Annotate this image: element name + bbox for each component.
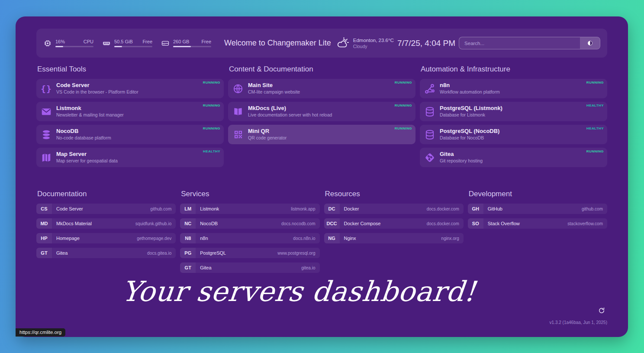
mail-icon [36,106,56,117]
service-card-map-server[interactable]: Map ServerMap server for geospatial data… [36,148,224,167]
status-badge: RUNNING [203,81,220,84]
bookmark-abbr: SO [468,218,483,229]
service-card-n8n[interactable]: n8nWorkflow automation platformRUNNING [420,79,607,98]
service-description: Git repository hosting [440,158,483,164]
bookmark-name: PostgreSQL [200,250,226,256]
bookmark-name: Docker Compose [344,221,381,226]
search-provider-button[interactable] [580,37,600,49]
stat-progress-fill [55,46,63,47]
bookmark-homepage[interactable]: HPHomepagegethomepage.dev [36,233,176,243]
service-description: Database for Listmonk [440,112,502,118]
database-outline-icon [420,129,440,140]
bookmark-name: GitHub [488,206,502,211]
status-badge: HEALTHY [586,104,604,107]
weather-widget: Edmonton, 23.6°C Cloudy [336,37,394,50]
service-description: Workflow automation platform [440,89,500,95]
status-badge: RUNNING [586,149,604,153]
status-badge: RUNNING [395,81,412,84]
system-stats: 16%CPU50.5 GiBFree260 GBFree [43,39,220,48]
gradient-background: 16%CPU50.5 GiBFree260 GBFree Welcome to … [0,0,644,353]
bookmark-name: Docker [344,206,359,211]
bookmark-domain: www.postgresql.org [277,251,319,256]
service-card-listmonk[interactable]: ListmonkNewsletter & mailing list manage… [36,102,224,121]
header-bar: 16%CPU50.5 GiBFree260 GBFree Welcome to … [36,29,607,58]
service-name: Map Server [56,151,118,158]
status-badge: HEALTHY [203,149,220,153]
service-description: Map server for geospatial data [56,158,118,164]
bookmark-docker-compose[interactable]: DCCDocker Composedocs.docker.com [324,218,464,229]
refresh-button[interactable] [598,307,605,314]
stat-progress-track [55,46,93,47]
service-card-code-server[interactable]: {}Code ServerVS Code in the browser - Pl… [36,79,224,98]
bookmark-domain: docs.nocodb.com [281,221,319,226]
service-card-mkdocs-live[interactable]: MkDocs (Live)Live documentation server w… [228,102,415,121]
stat-text: 16%CPU [55,39,93,44]
stat-progress-fill [114,46,122,47]
service-card-mini-qr[interactable]: Mini QRQR code generatorRUNNING [228,125,415,144]
service-name: Main Site [248,82,300,89]
bookmark-domain: github.com [582,207,607,211]
service-card-text: ListmonkNewsletter & mailing list manage… [56,105,124,118]
duckduckgo-icon [587,40,593,46]
bookmark-github[interactable]: GHGitHubgithub.com [468,204,607,214]
bookmark-abbr: NC [180,218,196,229]
bookmark-listmonk[interactable]: LMListmonklistmonk.app [180,204,319,214]
bookmark-abbr: GT [180,262,196,273]
service-name: PostgreSQL (Listmonk) [440,105,502,112]
bookmark-group-development: DevelopmentGHGitHubgithub.comSOStack Ove… [468,190,607,277]
bookmark-docker[interactable]: DCDockerdocs.docker.com [324,204,464,214]
database-outline-icon [420,106,440,117]
bookmark-gitea[interactable]: GTGiteadocs.gitea.io [36,248,176,258]
bookmark-domain: squidfunk.github.io [135,221,176,226]
bookmark-groups: DocumentationCSCode Servergithub.comMDMk… [36,190,607,277]
service-card-postgresql-listmonk[interactable]: PostgreSQL (Listmonk)Database for Listmo… [420,102,607,121]
service-card-postgresql-nocodb[interactable]: PostgreSQL (NocoDB)Database for NocoDBHE… [420,125,607,144]
service-card-text: n8nWorkflow automation platform [440,82,500,95]
section-title: Services [181,190,319,198]
bookmark-n8n[interactable]: N8n8ndocs.n8n.io [180,233,319,243]
dashboard-message: Your servers dashboard! [0,275,605,308]
bookmark-name: Code Server [56,206,83,211]
status-badge: RUNNING [203,104,220,107]
service-name: Code Server [56,82,138,89]
service-card-text: NocoDBNo-code database platform [56,128,111,141]
service-card-main-site[interactable]: Main SiteCM-lite campaign websiteRUNNING [228,79,415,98]
bookmark-abbr: CS [36,204,52,214]
bookmark-domain: nginx.org [441,236,464,241]
stat-cpu: 16%CPU [43,39,93,48]
bookmark-nginx[interactable]: NGNginxnginx.org [324,233,464,243]
service-description: QR code generator [248,135,287,141]
service-card-text: PostgreSQL (NocoDB)Database for NocoDB [440,128,499,141]
version-label: v1.3.2 (1a46baa, Jun 1, 2025) [550,320,607,325]
service-card-text: Code ServerVS Code in the browser - Plat… [56,82,138,95]
status-badge: RUNNING [395,126,412,130]
section-title: Essential Tools [37,65,224,74]
ram-icon [102,39,111,48]
status-badge: RUNNING [203,126,220,130]
service-card-gitea[interactable]: GiteaGit repository hostingRUNNING [420,148,607,167]
bookmark-mkdocs-material[interactable]: MDMkDocs Materialsquidfunk.github.io [36,218,176,229]
stat-progress-track [173,46,211,47]
cloud-sun-icon [336,37,349,50]
bookmark-domain: gethomepage.dev [137,236,176,241]
bookmark-postgresql[interactable]: PGPostgreSQLwww.postgresql.org [180,248,319,258]
book-open-icon [228,106,248,117]
bookmark-abbr: LM [180,204,196,214]
service-description: No-code database platform [56,135,111,141]
weather-condition: Cloudy [353,44,394,49]
service-card-text: Mini QRQR code generator [248,128,287,141]
weather-text: Edmonton, 23.6°C Cloudy [353,37,394,49]
bookmark-stack-overflow[interactable]: SOStack Overflowstackoverflow.com [468,218,607,229]
stat-label: Free [201,39,211,44]
service-card-text: Map ServerMap server for geospatial data [56,151,118,164]
bookmark-gitea[interactable]: GTGiteagitea.io [180,262,319,273]
code-braces-icon: {} [36,84,56,94]
stat-label: Free [142,39,152,44]
service-card-text: PostgreSQL (Listmonk)Database for Listmo… [440,105,502,118]
bookmark-code-server[interactable]: CSCode Servergithub.com [36,204,176,214]
bookmark-nocodb[interactable]: NCNocoDBdocs.nocodb.com [180,218,319,229]
service-description: Database for NocoDB [440,135,499,141]
weather-location: Edmonton, 23.6°C [353,37,394,44]
search-input[interactable] [459,37,580,49]
service-card-nocodb[interactable]: NocoDBNo-code database platformRUNNING [36,125,224,144]
